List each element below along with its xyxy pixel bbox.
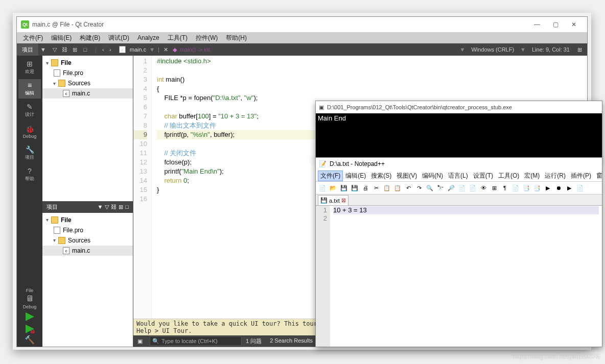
rail-item-欢迎[interactable]: ⊞欢迎 [18, 58, 41, 77]
npp-toolbar-icon[interactable]: ¶ [500, 183, 509, 192]
npp-menu-item[interactable]: 编辑(E) [343, 171, 368, 181]
npp-toolbar-icon[interactable]: 📄 [511, 183, 520, 192]
npp-menu-item[interactable]: 宏(M) [522, 171, 542, 181]
npp-toolbar-icon[interactable]: ⊞ [490, 183, 499, 192]
output-toggle-icon[interactable]: ▣ [133, 338, 147, 345]
npp-toolbar-icon[interactable]: ▶ [565, 183, 574, 192]
tree-main-c[interactable]: cmain.c [42, 88, 133, 99]
split-icon[interactable]: □ [82, 46, 89, 53]
locator-input[interactable]: 🔍 Type to locate (Ctrl+K) [150, 336, 242, 346]
menu-item[interactable]: 调试(D) [104, 33, 133, 43]
breadcrumb-dropdown-icon[interactable]: ▼ [149, 46, 155, 53]
panel-label[interactable]: 项目 [17, 43, 38, 56]
tree-file-pro[interactable]: File.pro [42, 225, 133, 235]
output-tab[interactable]: 2 Search Results [266, 337, 317, 345]
menu-item[interactable]: 编辑(E) [47, 33, 76, 43]
npp-toolbar-icon[interactable]: 📋 [393, 183, 402, 192]
npp-menu-item[interactable]: 文件(F) [318, 171, 343, 181]
tree-file-pro[interactable]: File.pro [42, 68, 133, 78]
menu-item[interactable]: 文件(F) [19, 33, 47, 43]
npp-toolbar-icon[interactable]: 📄 [575, 183, 585, 192]
npp-toolbar-icon[interactable]: ↷ [414, 183, 424, 192]
close-tab-icon[interactable]: ⊠ [341, 197, 346, 204]
npp-editor[interactable]: 12 10 + 3 = 13 [316, 206, 602, 347]
rail-item-Debug[interactable]: 🐞Debug [18, 122, 41, 141]
npp-toolbar-icon[interactable]: 📋 [382, 183, 391, 192]
run-button[interactable]: ▶ [26, 310, 34, 322]
notepadpp-window[interactable]: 📝 D:\a.txt - Notepad++ 文件(F)编辑(E)搜索(S)视图… [315, 157, 602, 347]
npp-menu-item[interactable]: 工具(O) [496, 171, 522, 181]
npp-toolbar-icon[interactable]: 📄 [468, 183, 477, 192]
npp-toolbar-icon[interactable]: 🔎 [447, 183, 456, 192]
npp-toolbar-icon[interactable]: 👁 [479, 183, 488, 192]
nav-fwd-icon[interactable]: › [107, 46, 114, 53]
npp-menu-item[interactable]: 视图(V) [394, 171, 420, 181]
output-tab[interactable]: 1 问题 [242, 337, 266, 345]
npp-toolbar-icon[interactable]: 📑 [522, 183, 531, 192]
npp-toolbar-icon[interactable]: ▶ [543, 183, 552, 192]
npp-menu-item[interactable]: 插件(P) [568, 171, 594, 181]
npp-titlebar[interactable]: 📝 D:\a.txt - Notepad++ [316, 158, 602, 170]
npp-toolbar-icon[interactable]: 🔭 [436, 183, 445, 192]
add-icon[interactable]: ⊞ [119, 204, 123, 210]
menu-item[interactable]: Analyze [133, 33, 164, 42]
tree-root[interactable]: ▾File [42, 215, 133, 225]
tree-main-c[interactable]: cmain.c [42, 246, 133, 256]
npp-menu-item[interactable]: 语言(L) [446, 171, 471, 181]
npp-menu-item[interactable]: 搜索(S) [368, 171, 394, 181]
npp-toolbar-icon[interactable]: 💾 [339, 183, 348, 192]
rail-item-编辑[interactable]: ≡编辑 [18, 79, 41, 99]
npp-toolbar-icon[interactable]: 🔍 [425, 183, 434, 192]
tree-sources[interactable]: ▾Sources [42, 78, 133, 88]
npp-menu-item[interactable]: 运行(R) [542, 171, 568, 181]
titlebar[interactable]: Qt main.c @ File - Qt Creator — ▢ ✕ [17, 17, 587, 32]
filter-icon[interactable]: ▽ [105, 204, 109, 210]
breadcrumb-func[interactable]: main() -> int [180, 46, 210, 53]
link-icon[interactable]: ⛓ [111, 204, 117, 210]
npp-menu-item[interactable]: 编码(N) [420, 171, 446, 181]
rail-item-项目[interactable]: 🔧项目 [18, 143, 41, 163]
menu-item[interactable]: 构建(B) [76, 33, 104, 43]
npp-toolbar-icon[interactable]: ✂ [371, 183, 381, 192]
add-icon[interactable]: ⊞ [72, 46, 79, 53]
rail-item-设计[interactable]: ✎设计 [18, 101, 41, 120]
build-button[interactable]: 🔨 [25, 335, 35, 345]
close-button[interactable]: ✕ [565, 17, 583, 32]
link-icon[interactable]: ⛓ [61, 46, 68, 53]
encoding-dropdown-icon[interactable]: ▼ [459, 46, 465, 53]
menu-item[interactable]: 帮助(H) [222, 33, 251, 43]
npp-toolbar-icon[interactable]: 💾 [350, 183, 359, 192]
encoding-label[interactable]: Windows (CRLF) [471, 46, 514, 53]
npp-tab-file[interactable]: 💾 a.txt ⊠ [318, 195, 348, 205]
minimize-button[interactable]: — [528, 17, 546, 32]
encoding-caret-icon[interactable]: ▼ [520, 46, 526, 53]
kit-icon[interactable]: 🖥 [26, 294, 34, 303]
npp-toolbar-icon[interactable]: ↶ [404, 183, 413, 192]
close-panel-icon[interactable]: □ [125, 204, 129, 210]
filter-icon[interactable]: ▽ [51, 46, 58, 53]
rail-item-帮助[interactable]: ?帮助 [18, 165, 41, 184]
npp-menu-item[interactable]: 设置(T) [471, 171, 496, 181]
npp-code[interactable]: 10 + 3 = 13 [330, 206, 602, 347]
npp-toolbar-icon[interactable]: 📑 [532, 183, 542, 192]
console-titlebar[interactable]: ▣ D:\001_Programs\012_Qt\Tools\QtCreator… [316, 101, 602, 113]
tree-root[interactable]: ▾File [42, 58, 133, 68]
console-window[interactable]: ▣ D:\001_Programs\012_Qt\Tools\QtCreator… [315, 101, 602, 160]
panel-dropdown-icon[interactable]: ▼ [38, 46, 48, 53]
npp-menu-item[interactable]: 窗口(W) [594, 171, 602, 181]
menu-item[interactable]: 控件(W) [192, 33, 222, 43]
npp-toolbar-icon[interactable]: 📂 [329, 183, 338, 192]
maximize-button[interactable]: ▢ [546, 17, 565, 32]
nav-back-icon[interactable]: ‹ [100, 46, 107, 53]
split-right-icon[interactable]: ⊞ [576, 46, 583, 53]
breadcrumb-file[interactable]: main.c [130, 46, 146, 53]
menu-item[interactable]: 工具(T) [164, 33, 192, 43]
run-debug-button[interactable]: ▶🐞 [26, 323, 34, 334]
panel-dropdown-icon[interactable]: ▼ [97, 204, 103, 210]
npp-toolbar-icon[interactable]: 📄 [318, 183, 327, 192]
tree-sources[interactable]: ▾Sources [42, 235, 133, 246]
npp-toolbar-icon[interactable]: 🖨 [361, 183, 370, 192]
npp-toolbar-icon[interactable]: 📄 [457, 183, 467, 192]
close-editor-icon[interactable]: ✕ [162, 46, 170, 53]
npp-toolbar-icon[interactable]: ⏺ [554, 183, 563, 192]
